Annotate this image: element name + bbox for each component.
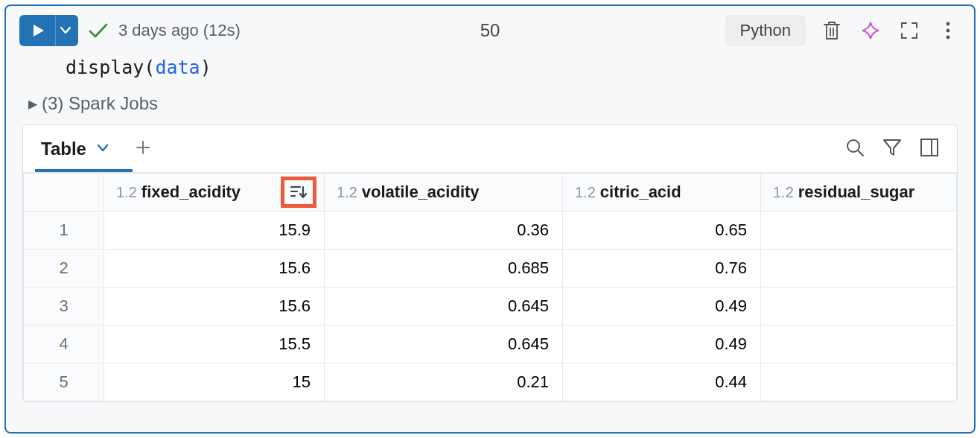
cell-residual	[761, 326, 957, 364]
column-header-volatile-acidity[interactable]: 1.2volatile_acidity	[325, 174, 563, 212]
run-dropdown[interactable]	[55, 15, 78, 46]
row-index: 2	[24, 250, 104, 288]
check-icon	[89, 22, 108, 39]
cell-citric: 0.65	[563, 212, 761, 250]
play-icon	[33, 24, 45, 37]
cell-fixed: 15	[104, 364, 325, 402]
svg-rect-4	[921, 139, 938, 156]
cell-volatile: 0.645	[325, 326, 563, 364]
col-name: residual_sugar	[798, 182, 915, 201]
svg-point-2	[946, 36, 950, 39]
sparkle-icon[interactable]	[858, 18, 883, 43]
cell-volatile: 0.685	[325, 250, 563, 288]
col-type: 1.2	[575, 184, 596, 200]
chevron-down-icon	[60, 27, 71, 34]
tab-table[interactable]: Table	[41, 139, 109, 171]
filter-icon[interactable]	[882, 138, 902, 160]
table-row[interactable]: 2 15.6 0.685 0.76	[24, 250, 957, 288]
cell-residual	[761, 212, 957, 250]
table-row[interactable]: 3 15.6 0.645 0.49	[24, 288, 957, 326]
cell-toolbar: 3 days ago (12s) 50 Python	[6, 6, 974, 55]
cell-citric: 0.49	[563, 288, 761, 326]
col-type: 1.2	[337, 184, 357, 200]
cell-number: 50	[480, 20, 500, 41]
svg-point-1	[946, 29, 950, 33]
col-name: citric_acid	[600, 182, 681, 201]
chevron-down-icon[interactable]	[97, 142, 109, 156]
kebab-menu-icon[interactable]	[935, 18, 961, 43]
panel-icon[interactable]	[920, 138, 939, 160]
table-row[interactable]: 4 15.5 0.645 0.49	[24, 326, 957, 364]
expand-icon[interactable]	[897, 18, 922, 43]
tab-label: Table	[41, 139, 86, 159]
toolbar-right: Python	[725, 15, 961, 46]
row-index: 4	[24, 326, 104, 364]
cell-fixed: 15.6	[104, 288, 325, 326]
row-index: 3	[24, 288, 104, 326]
cell-citric: 0.76	[563, 250, 761, 288]
notebook-cell: 3 days ago (12s) 50 Python display(data)…	[4, 4, 976, 434]
row-index-header[interactable]	[24, 174, 104, 212]
column-header-residual-sugar[interactable]: 1.2residual_sugar	[761, 174, 957, 212]
code-func: display	[66, 57, 144, 78]
spark-jobs-toggle[interactable]: ▶ (3) Spark Jobs	[6, 89, 974, 124]
add-tab-button[interactable]	[136, 137, 150, 172]
col-name: fixed_acidity	[141, 182, 241, 201]
output-tools	[845, 138, 939, 172]
column-header-fixed-acidity[interactable]: 1.2fixed_acidity	[104, 174, 325, 212]
search-icon[interactable]	[845, 138, 865, 160]
cell-residual	[761, 250, 957, 288]
cell-volatile: 0.21	[325, 364, 563, 402]
row-index: 5	[24, 364, 104, 402]
col-name: volatile_acidity	[362, 182, 480, 201]
cell-volatile: 0.36	[325, 212, 563, 250]
table-header-row: 1.2fixed_acidity 1.2volatile_acidity 1.2…	[24, 174, 957, 212]
row-index: 1	[24, 212, 104, 250]
cell-citric: 0.44	[563, 364, 761, 402]
table-row[interactable]: 5 15 0.21 0.44	[24, 364, 957, 402]
code-paren-close: )	[200, 57, 211, 78]
run-button[interactable]	[19, 15, 78, 46]
spark-jobs-label: (3) Spark Jobs	[42, 93, 158, 114]
cell-citric: 0.49	[563, 326, 761, 364]
run-main[interactable]	[19, 24, 55, 37]
output-panel: Table	[22, 124, 958, 402]
code-paren-open: (	[144, 57, 155, 78]
cell-residual	[761, 288, 957, 326]
svg-point-0	[946, 22, 950, 26]
code-var: data	[155, 57, 200, 78]
cell-residual	[761, 364, 957, 402]
status-text: 3 days ago (12s)	[118, 21, 241, 40]
col-type: 1.2	[773, 184, 794, 200]
cell-volatile: 0.645	[325, 288, 563, 326]
language-pill[interactable]: Python	[725, 15, 806, 46]
cell-fixed: 15.9	[104, 212, 325, 250]
col-type: 1.2	[116, 184, 137, 200]
table-body: 1 15.9 0.36 0.65 2 15.6 0.685 0.76 3 15.…	[24, 212, 957, 402]
data-table: 1.2fixed_acidity 1.2volatile_acidity 1.2…	[23, 173, 957, 402]
column-header-citric-acid[interactable]: 1.2citric_acid	[563, 174, 761, 212]
caret-right-icon: ▶	[28, 97, 37, 111]
sort-desc-icon[interactable]	[281, 177, 316, 208]
trash-icon[interactable]	[819, 18, 844, 43]
code-line[interactable]: display(data)	[6, 55, 974, 89]
output-tabs: Table	[23, 125, 957, 173]
cell-fixed: 15.5	[104, 326, 325, 364]
cell-fixed: 15.6	[104, 250, 325, 288]
table-row[interactable]: 1 15.9 0.36 0.65	[24, 212, 957, 250]
